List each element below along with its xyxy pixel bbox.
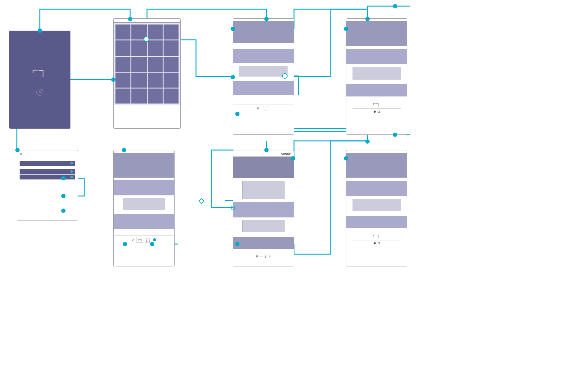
preview-upper-screen: ⌐┐ — [346, 18, 407, 135]
editor-upper-img-mid — [233, 49, 294, 63]
settings-privacy-item[interactable] — [20, 175, 75, 179]
preview-lower-body: ⌐┐ — [346, 153, 407, 261]
toolbar-dot — [153, 238, 156, 241]
dot-editor-upper-toolbar — [235, 112, 239, 116]
grid-cell[interactable] — [164, 89, 179, 104]
grid-cell[interactable] — [115, 73, 130, 88]
grid-cell[interactable] — [131, 57, 146, 72]
preview-lower-logo: ⌐┐ — [346, 231, 407, 239]
grid-cell[interactable] — [164, 40, 179, 55]
dot-editor-vertical-toolbar — [235, 242, 239, 246]
dot-editor-vertical-top — [264, 148, 269, 152]
dot-editor-lower-top — [122, 148, 126, 152]
dot-back-lower-right — [344, 156, 348, 160]
settings-instagram-dot — [70, 162, 73, 164]
editor-upper-toolbar: ≡ — [233, 104, 294, 112]
editor-vertical-header: create — [233, 150, 294, 157]
toolbar-plus2[interactable]: + — [268, 254, 271, 259]
splash-icon: ⊙ — [36, 89, 43, 96]
editor-vertical-toolbar: ≡ − 2 + — [233, 252, 294, 260]
toolbar-minus2[interactable]: − — [260, 254, 263, 259]
dot-instagram-lower — [393, 133, 397, 137]
editor-vertical-create[interactable]: create — [281, 152, 291, 155]
preview-upper-body: ⌐┐ — [346, 21, 407, 129]
settings-terms-item[interactable] — [20, 169, 75, 174]
dot-back-upper-mid — [231, 27, 235, 31]
editor-img-bot — [233, 81, 294, 95]
splash-logo: ⌐┐ — [32, 64, 48, 77]
editor-lower-toolbar: ✕ ▭ ⬚ — [114, 235, 174, 244]
grid-cell[interactable] — [148, 73, 163, 88]
grid-cell[interactable] — [164, 57, 179, 72]
grid-cell[interactable] — [164, 73, 179, 88]
dot-preview-upper-top — [365, 17, 370, 21]
grid-cell[interactable] — [115, 40, 130, 55]
dot-editor-lower-toolbar — [123, 242, 127, 246]
grid-cell[interactable] — [148, 40, 163, 55]
editor-lower-img-mid — [114, 180, 174, 195]
grid-screen — [113, 18, 181, 129]
dot-settings-top — [15, 148, 20, 152]
dot-grid-left — [111, 77, 115, 82]
settings-legal-label — [17, 166, 78, 168]
guides-count — [263, 106, 268, 111]
grid-cell[interactable] — [115, 24, 130, 40]
grid-cell[interactable] — [131, 73, 146, 88]
splash-screen: ⌐┐ ⊙ — [9, 31, 70, 129]
grid-cell[interactable] — [115, 89, 130, 104]
editor-lower-img-top — [114, 153, 174, 178]
settings-social-label — [17, 158, 78, 160]
grid-cell[interactable] — [164, 24, 179, 40]
preview-logo: ⌐┐ — [346, 99, 407, 108]
toolbar-expand-icon: ⬚ — [145, 237, 151, 243]
editor-vertical-body — [233, 157, 294, 252]
dot-back-upper-right — [344, 27, 348, 31]
grid-cell[interactable] — [148, 24, 163, 40]
dot-editor-upper-top — [264, 17, 269, 21]
dot-preview-lower-top — [365, 139, 370, 144]
preview-upper-header — [346, 19, 407, 21]
dot-grid-selected — [144, 36, 149, 42]
dot-instagram-upper — [393, 4, 397, 8]
grid-content — [114, 23, 180, 105]
dot-back-lower-mid — [231, 206, 235, 209]
diamond-hv — [198, 198, 205, 204]
settings-terms-dot — [70, 170, 73, 173]
dot-settings-instagram — [61, 176, 66, 180]
editor-vertical-screen: create ≡ − 2 + — [233, 150, 294, 266]
editor-section-gray — [239, 66, 288, 77]
preview-slider — [346, 109, 407, 114]
dot-grid-top — [128, 17, 132, 21]
settings-header: ✕ — [17, 150, 78, 158]
grid-cell[interactable] — [131, 40, 146, 55]
dot-editor-vertical-right — [291, 156, 295, 160]
toolbar-crop-icon: ▭ — [137, 237, 143, 243]
dot-splash-top — [38, 28, 42, 33]
grid-cell[interactable] — [131, 89, 146, 104]
settings-close-icon[interactable]: ✕ — [20, 152, 23, 156]
grid-header — [114, 19, 180, 23]
dot-settings-terms — [61, 194, 66, 198]
preview-lower-header — [346, 150, 407, 153]
editor-lower-section-gray — [123, 198, 165, 210]
preview-slider-line — [377, 114, 377, 129]
editor-lower-screen: ✕ ▭ ⬚ — [113, 150, 175, 266]
settings-screen: ✕ — [17, 150, 78, 221]
editor-upper-img-top — [233, 21, 294, 43]
preview-lower-screen: ⌐┐ — [346, 150, 407, 266]
editor-upper-header — [233, 19, 294, 21]
grid-cell[interactable] — [115, 57, 130, 72]
editor-upper-body — [233, 21, 294, 104]
preview-lower-slider — [346, 241, 407, 246]
toolbar-menu-icon: ≡ — [257, 106, 259, 111]
toolbar-x-icon: ✕ — [132, 238, 135, 242]
guides-count2: 2 — [265, 254, 266, 258]
editor-lower-img-bot — [114, 214, 174, 229]
dot-editor-lower-toolbar-right — [150, 242, 154, 246]
settings-instagram-item[interactable] — [20, 161, 75, 166]
preview-lower-slider-line — [377, 246, 377, 261]
grid-cell[interactable] — [148, 89, 163, 104]
grid-cell[interactable] — [148, 57, 163, 72]
settings-privacy-dot — [70, 176, 73, 178]
toolbar-menu-icon2: ≡ — [256, 254, 258, 259]
